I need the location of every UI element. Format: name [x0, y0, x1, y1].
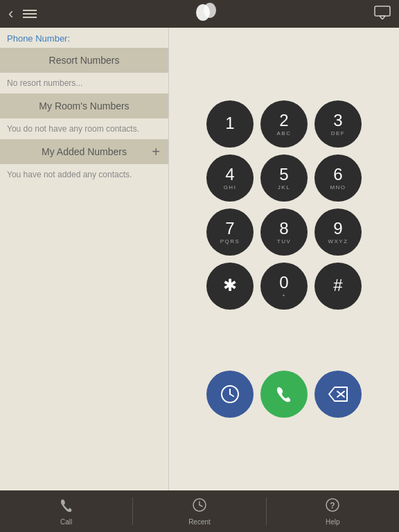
status-bar-left: ‹: [8, 5, 37, 23]
clock-icon: [220, 384, 240, 405]
added-numbers-header: My Added Numbers +: [0, 139, 168, 164]
resort-numbers-empty: No resort numbers...: [0, 73, 168, 94]
back-button[interactable]: ‹: [8, 5, 13, 23]
recent-button[interactable]: [206, 371, 254, 418]
main-layout: Phone Number: Resort Numbers No resort n…: [0, 28, 399, 490]
tab-call-icon: [59, 497, 74, 516]
room-numbers-empty: You do not have any room contacts.: [0, 118, 168, 139]
call-button[interactable]: [260, 371, 308, 418]
resort-numbers-header: Resort Numbers: [0, 48, 168, 73]
logo: [192, 2, 220, 26]
added-numbers-title: My Added Numbers: [42, 146, 127, 157]
svg-text:?: ?: [330, 501, 335, 511]
chat-icon: [374, 6, 391, 19]
phone-tab-icon: [59, 497, 74, 513]
room-numbers-header: My Room's Numbers: [0, 94, 168, 118]
dial-7[interactable]: 7PQRS: [206, 209, 254, 256]
dial-3[interactable]: 3DEF: [314, 100, 362, 148]
dial-5[interactable]: 5JKL: [260, 154, 308, 202]
backspace-icon: [328, 386, 348, 402]
tab-call-label: Call: [60, 518, 72, 526]
resort-numbers-title: Resort Numbers: [49, 55, 120, 66]
phone-number-label: Phone Number:: [0, 28, 168, 48]
call-icon: [274, 384, 294, 405]
tab-help-icon: ?: [325, 497, 340, 516]
action-row: [206, 371, 362, 418]
svg-marker-3: [380, 16, 385, 19]
dial-0[interactable]: 0+: [260, 263, 308, 310]
dialpad: 1 2ABC 3DEF 4GHI 5JKL 6MNO 7PQRS 8TUV 9W…: [206, 100, 362, 364]
help-tab-icon: ?: [325, 497, 340, 513]
tab-recent[interactable]: Recent: [133, 497, 265, 526]
dial-6[interactable]: 6MNO: [314, 154, 362, 202]
chat-button[interactable]: [374, 6, 391, 23]
tab-help[interactable]: ? Help: [267, 497, 399, 526]
svg-point-1: [204, 3, 216, 18]
dial-8[interactable]: 8TUV: [260, 209, 308, 256]
status-bar: ‹: [0, 0, 399, 28]
svg-marker-7: [329, 387, 347, 401]
svg-line-6: [230, 394, 233, 396]
tab-recent-label: Recent: [188, 518, 211, 526]
tab-help-label: Help: [326, 518, 340, 526]
dial-star[interactable]: ✱: [206, 263, 254, 310]
left-panel: Phone Number: Resort Numbers No resort n…: [0, 28, 169, 490]
tab-bar: Call Recent ? Help: [0, 490, 399, 532]
svg-line-12: [200, 505, 202, 506]
dial-hash[interactable]: #: [314, 263, 362, 310]
logo-icon: [192, 2, 220, 23]
clock-tab-icon: [192, 497, 207, 513]
right-panel: 1 2ABC 3DEF 4GHI 5JKL 6MNO 7PQRS 8TUV 9W…: [169, 28, 399, 490]
dial-9[interactable]: 9WXYZ: [314, 209, 362, 256]
dial-4[interactable]: 4GHI: [206, 154, 254, 202]
tab-recent-icon: [192, 497, 207, 516]
added-numbers-empty: You have not added any contacts.: [0, 164, 168, 185]
room-numbers-title: My Room's Numbers: [39, 100, 129, 112]
tab-call[interactable]: Call: [0, 497, 132, 526]
dial-1[interactable]: 1: [206, 100, 254, 148]
dial-2[interactable]: 2ABC: [260, 100, 308, 148]
delete-button[interactable]: [314, 371, 362, 418]
menu-button[interactable]: [23, 10, 37, 18]
add-contact-button[interactable]: +: [152, 144, 160, 160]
svg-rect-2: [375, 6, 390, 16]
